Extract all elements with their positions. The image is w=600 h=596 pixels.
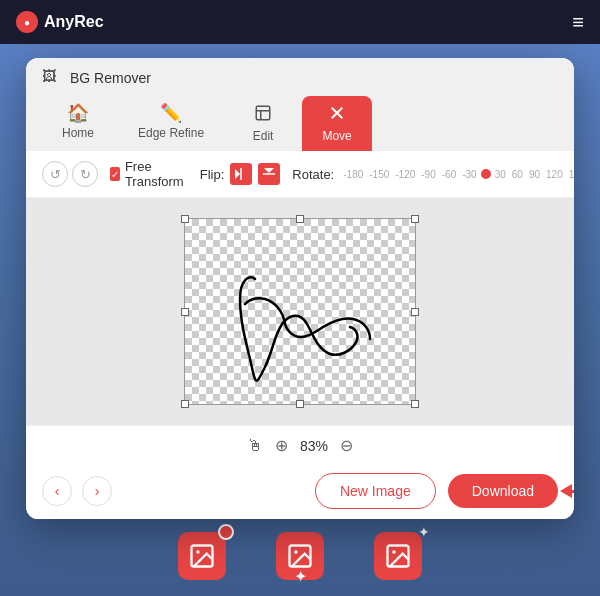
zoom-percent: 83% <box>300 438 328 454</box>
rotate-val-neg30: -30 <box>459 169 479 180</box>
modal-header: 🖼 BG Remover <box>26 58 574 88</box>
rotate-val-neg180: -180 <box>340 169 366 180</box>
rotate-val-30: 30 <box>492 169 509 180</box>
checkerboard-canvas <box>185 219 415 404</box>
rotate-indicator <box>481 169 491 179</box>
flip-vertical-button[interactable] <box>258 163 280 185</box>
flip-label: Flip: <box>200 167 225 182</box>
rotate-val-120: 120 <box>543 169 566 180</box>
handle-left-middle[interactable] <box>181 308 189 316</box>
tab-home[interactable]: 🏠 Home <box>42 96 114 151</box>
svg-marker-11 <box>235 169 240 179</box>
arrow-indicator <box>566 490 574 493</box>
handle-bottom-left[interactable] <box>181 400 189 408</box>
home-tab-icon: 🏠 <box>67 104 89 122</box>
rotate-section: Rotate: -180 -150 -120 -90 -60 -30 30 60… <box>292 167 574 182</box>
controls-bar: ↺ ↻ ✓ Free Transform Flip: <box>26 151 574 198</box>
tab-move[interactable]: Move <box>302 96 372 151</box>
bottom-action-bar: ‹ › New Image Download <box>26 465 574 519</box>
edit-tab-icon <box>254 104 272 125</box>
rotate-val-neg150: -150 <box>366 169 392 180</box>
undo-button[interactable]: ↺ <box>42 161 68 187</box>
bg-remover-modal: 🖼 BG Remover 🏠 Home ✏️ Edge Refine <box>26 58 574 519</box>
signature-image <box>185 219 415 404</box>
download-button-wrap: Download <box>448 474 558 508</box>
redo-button[interactable]: ↻ <box>72 161 98 187</box>
svg-rect-6 <box>256 106 270 120</box>
nav-buttons: ‹ › <box>42 476 112 506</box>
zoom-out-icon[interactable]: ⊖ <box>340 436 353 455</box>
tab-edit[interactable]: Edit <box>228 96 298 151</box>
move-tab-label: Move <box>322 129 351 143</box>
handle-top-right[interactable] <box>411 215 419 223</box>
logo-icon: ● <box>16 11 38 33</box>
arrow-head <box>560 484 572 498</box>
zoom-in-icon[interactable]: ⊕ <box>275 436 288 455</box>
prev-button[interactable]: ‹ <box>42 476 72 506</box>
handle-top-middle[interactable] <box>296 215 304 223</box>
edge-refine-tab-icon: ✏️ <box>160 104 182 122</box>
arrow-shaft <box>566 490 574 493</box>
rotate-val-90: 90 <box>526 169 543 180</box>
image-frame[interactable] <box>184 218 416 405</box>
hamburger-menu[interactable]: ≡ <box>572 11 584 34</box>
modal-overlay: 🖼 BG Remover 🏠 Home ✏️ Edge Refine <box>0 44 600 596</box>
logo: ● AnyRec <box>16 11 104 33</box>
flip-section: Flip: <box>200 163 281 185</box>
next-button[interactable]: › <box>82 476 112 506</box>
handle-bottom-middle[interactable] <box>296 400 304 408</box>
rotate-val-150: 150 <box>566 169 574 180</box>
edge-refine-tab-label: Edge Refine <box>138 126 204 140</box>
home-tab-label: Home <box>62 126 94 140</box>
checkbox-checked-icon: ✓ <box>110 167 120 181</box>
flip-horizontal-button[interactable] <box>230 163 252 185</box>
undo-redo-group: ↺ ↻ <box>42 161 98 187</box>
svg-marker-13 <box>264 168 274 173</box>
edit-tab-label: Edit <box>253 129 274 143</box>
rotate-val-60: 60 <box>509 169 526 180</box>
top-navigation: ● AnyRec ≡ <box>0 0 600 44</box>
zoom-bar: 🖱 ⊕ 83% ⊖ <box>26 425 574 465</box>
handle-top-left[interactable] <box>181 215 189 223</box>
modal-header-title: BG Remover <box>70 70 151 86</box>
rotate-label: Rotate: <box>292 167 334 182</box>
free-transform-label: Free Transform <box>125 159 188 189</box>
rotate-val-neg60: -60 <box>439 169 459 180</box>
new-image-button[interactable]: New Image <box>315 473 436 509</box>
free-transform-toggle[interactable]: ✓ Free Transform <box>110 159 188 189</box>
move-tab-icon <box>328 104 346 125</box>
download-button[interactable]: Download <box>448 474 558 508</box>
app-name: AnyRec <box>44 13 104 31</box>
zoom-cursor-icon: 🖱 <box>247 437 263 455</box>
rotate-val-neg90: -90 <box>418 169 438 180</box>
modal-header-icon: 🖼 <box>42 68 62 88</box>
action-buttons: New Image Download <box>315 473 558 509</box>
canvas-area <box>26 198 574 425</box>
handle-right-middle[interactable] <box>411 308 419 316</box>
handle-bottom-right[interactable] <box>411 400 419 408</box>
rotate-val-neg120: -120 <box>392 169 418 180</box>
toolbar-tabs: 🏠 Home ✏️ Edge Refine Edit <box>26 88 574 151</box>
rotate-ruler[interactable]: -180 -150 -120 -90 -60 -30 30 60 90 120 … <box>340 169 574 180</box>
tab-edge-refine[interactable]: ✏️ Edge Refine <box>118 96 224 151</box>
